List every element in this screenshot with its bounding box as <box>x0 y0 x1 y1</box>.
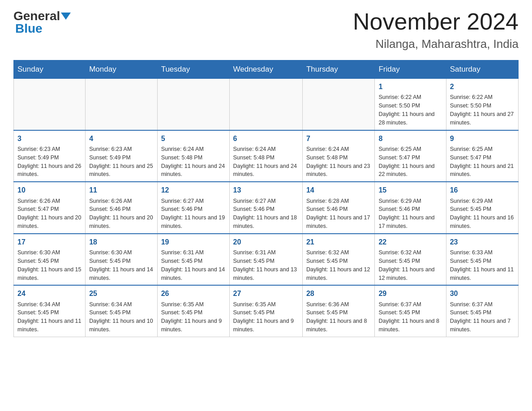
table-row: 12 Sunrise: 6:27 AMSunset: 5:46 PMDaylig… <box>157 182 229 234</box>
day-number: 22 <box>378 237 442 247</box>
day-number: 27 <box>233 288 299 299</box>
day-number: 26 <box>161 288 226 299</box>
day-info: Sunrise: 6:34 AMSunset: 5:45 PMDaylight:… <box>89 301 153 333</box>
table-row: 27 Sunrise: 6:35 AMSunset: 5:45 PMDaylig… <box>229 285 302 337</box>
day-number: 15 <box>378 185 442 195</box>
day-number: 18 <box>89 237 153 247</box>
day-info: Sunrise: 6:30 AMSunset: 5:45 PMDaylight:… <box>17 249 81 281</box>
day-info: Sunrise: 6:23 AMSunset: 5:49 PMDaylight:… <box>89 146 153 178</box>
table-row: 1 Sunrise: 6:22 AMSunset: 5:50 PMDayligh… <box>375 79 446 130</box>
day-info: Sunrise: 6:27 AMSunset: 5:46 PMDaylight:… <box>233 198 297 230</box>
table-row: 18 Sunrise: 6:30 AMSunset: 5:45 PMDaylig… <box>86 234 157 286</box>
day-number: 16 <box>450 185 515 195</box>
table-row: 14 Sunrise: 6:28 AMSunset: 5:46 PMDaylig… <box>302 182 375 234</box>
day-number: 2 <box>450 81 515 92</box>
day-info: Sunrise: 6:37 AMSunset: 5:45 PMDaylight:… <box>450 301 511 333</box>
day-number: 12 <box>161 185 226 195</box>
table-row: 17 Sunrise: 6:30 AMSunset: 5:45 PMDaylig… <box>14 234 86 286</box>
day-info: Sunrise: 6:33 AMSunset: 5:45 PMDaylight:… <box>450 249 514 281</box>
table-row: 16 Sunrise: 6:29 AMSunset: 5:45 PMDaylig… <box>446 182 518 234</box>
calendar-table: Sunday Monday Tuesday Wednesday Thursday… <box>13 60 519 337</box>
table-row: 30 Sunrise: 6:37 AMSunset: 5:45 PMDaylig… <box>446 285 518 337</box>
day-info: Sunrise: 6:34 AMSunset: 5:45 PMDaylight:… <box>17 301 81 333</box>
table-row: 10 Sunrise: 6:26 AMSunset: 5:47 PMDaylig… <box>14 182 86 234</box>
table-row: 24 Sunrise: 6:34 AMSunset: 5:45 PMDaylig… <box>14 285 86 337</box>
day-number: 10 <box>17 185 82 195</box>
header-monday: Monday <box>86 60 157 79</box>
header-thursday: Thursday <box>302 60 375 79</box>
day-info: Sunrise: 6:32 AMSunset: 5:45 PMDaylight:… <box>306 249 370 281</box>
day-number: 4 <box>89 133 153 144</box>
table-row: 22 Sunrise: 6:32 AMSunset: 5:45 PMDaylig… <box>375 234 446 286</box>
table-row: 26 Sunrise: 6:35 AMSunset: 5:45 PMDaylig… <box>157 285 229 337</box>
day-info: Sunrise: 6:36 AMSunset: 5:45 PMDaylight:… <box>306 301 367 333</box>
table-row: 23 Sunrise: 6:33 AMSunset: 5:45 PMDaylig… <box>446 234 518 286</box>
logo-triangle-icon <box>61 13 71 20</box>
day-number: 3 <box>17 133 82 144</box>
logo-blue-text: Blue <box>15 21 43 35</box>
day-number: 1 <box>378 81 442 92</box>
table-row: 29 Sunrise: 6:37 AMSunset: 5:45 PMDaylig… <box>375 285 446 337</box>
day-info: Sunrise: 6:24 AMSunset: 5:48 PMDaylight:… <box>306 146 370 178</box>
table-row: 5 Sunrise: 6:24 AMSunset: 5:48 PMDayligh… <box>157 130 229 182</box>
day-number: 30 <box>450 288 515 299</box>
day-info: Sunrise: 6:26 AMSunset: 5:47 PMDaylight:… <box>17 198 81 230</box>
table-row: 2 Sunrise: 6:22 AMSunset: 5:50 PMDayligh… <box>446 79 518 130</box>
day-number: 6 <box>233 133 299 144</box>
day-number: 21 <box>306 237 371 247</box>
day-info: Sunrise: 6:29 AMSunset: 5:46 PMDaylight:… <box>378 198 434 230</box>
day-number: 29 <box>378 288 442 299</box>
table-row <box>157 79 229 130</box>
table-row: 21 Sunrise: 6:32 AMSunset: 5:45 PMDaylig… <box>302 234 375 286</box>
calendar-header-row: Sunday Monday Tuesday Wednesday Thursday… <box>14 60 519 79</box>
day-number: 8 <box>378 133 442 144</box>
logo: General Blue <box>13 9 71 36</box>
day-info: Sunrise: 6:22 AMSunset: 5:50 PMDaylight:… <box>378 94 434 126</box>
table-row: 7 Sunrise: 6:24 AMSunset: 5:48 PMDayligh… <box>302 130 375 182</box>
header-wednesday: Wednesday <box>229 60 302 79</box>
day-number: 19 <box>161 237 226 247</box>
table-row: 11 Sunrise: 6:26 AMSunset: 5:46 PMDaylig… <box>86 182 157 234</box>
table-row: 19 Sunrise: 6:31 AMSunset: 5:45 PMDaylig… <box>157 234 229 286</box>
calendar-week-row: 17 Sunrise: 6:30 AMSunset: 5:45 PMDaylig… <box>14 234 519 286</box>
table-row: 13 Sunrise: 6:27 AMSunset: 5:46 PMDaylig… <box>229 182 302 234</box>
title-section: November 2024 Nilanga, Maharashtra, Indi… <box>353 9 519 51</box>
day-number: 11 <box>89 185 153 195</box>
table-row: 6 Sunrise: 6:24 AMSunset: 5:48 PMDayligh… <box>229 130 302 182</box>
calendar-title: November 2024 <box>353 9 519 34</box>
calendar-week-row: 10 Sunrise: 6:26 AMSunset: 5:47 PMDaylig… <box>14 182 519 234</box>
day-info: Sunrise: 6:32 AMSunset: 5:45 PMDaylight:… <box>378 249 434 281</box>
day-info: Sunrise: 6:31 AMSunset: 5:45 PMDaylight:… <box>233 249 297 281</box>
day-number: 9 <box>450 133 515 144</box>
table-row <box>86 79 157 130</box>
header-saturday: Saturday <box>446 60 518 79</box>
day-info: Sunrise: 6:28 AMSunset: 5:46 PMDaylight:… <box>306 198 370 230</box>
table-row: 3 Sunrise: 6:23 AMSunset: 5:49 PMDayligh… <box>14 130 86 182</box>
table-row <box>14 79 86 130</box>
day-info: Sunrise: 6:26 AMSunset: 5:46 PMDaylight:… <box>89 198 153 230</box>
day-number: 20 <box>233 237 299 247</box>
header-sunday: Sunday <box>14 60 86 79</box>
day-number: 13 <box>233 185 299 195</box>
table-row: 25 Sunrise: 6:34 AMSunset: 5:45 PMDaylig… <box>86 285 157 337</box>
day-number: 28 <box>306 288 371 299</box>
table-row <box>302 79 375 130</box>
header-friday: Friday <box>375 60 446 79</box>
day-info: Sunrise: 6:27 AMSunset: 5:46 PMDaylight:… <box>161 198 225 230</box>
day-info: Sunrise: 6:30 AMSunset: 5:45 PMDaylight:… <box>89 249 153 281</box>
day-number: 14 <box>306 185 371 195</box>
header-tuesday: Tuesday <box>157 60 229 79</box>
day-info: Sunrise: 6:37 AMSunset: 5:45 PMDaylight:… <box>378 301 439 333</box>
svg-marker-0 <box>61 13 71 20</box>
day-info: Sunrise: 6:23 AMSunset: 5:49 PMDaylight:… <box>17 146 81 178</box>
day-number: 23 <box>450 237 515 247</box>
day-info: Sunrise: 6:29 AMSunset: 5:45 PMDaylight:… <box>450 198 514 230</box>
day-info: Sunrise: 6:24 AMSunset: 5:48 PMDaylight:… <box>161 146 225 178</box>
day-info: Sunrise: 6:24 AMSunset: 5:48 PMDaylight:… <box>233 146 297 178</box>
table-row: 28 Sunrise: 6:36 AMSunset: 5:45 PMDaylig… <box>302 285 375 337</box>
day-info: Sunrise: 6:22 AMSunset: 5:50 PMDaylight:… <box>450 94 514 126</box>
day-info: Sunrise: 6:35 AMSunset: 5:45 PMDaylight:… <box>233 301 294 333</box>
calendar-week-row: 3 Sunrise: 6:23 AMSunset: 5:49 PMDayligh… <box>14 130 519 182</box>
day-number: 25 <box>89 288 153 299</box>
table-row: 9 Sunrise: 6:25 AMSunset: 5:47 PMDayligh… <box>446 130 518 182</box>
